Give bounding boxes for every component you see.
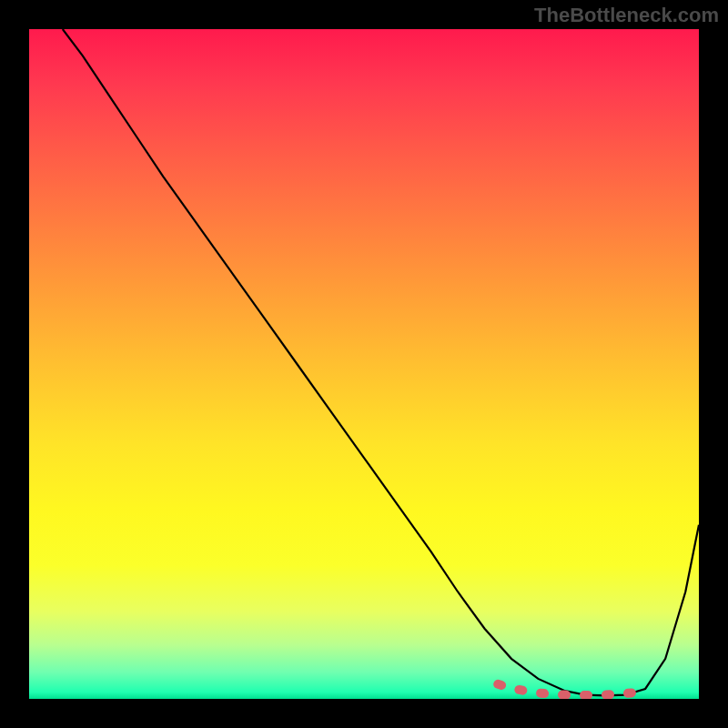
main-curve [63,29,699,695]
plot-area [29,29,699,699]
watermark-text: TheBottleneck.com [534,4,719,27]
curve-svg [29,29,699,699]
highlight-segment [498,684,639,695]
